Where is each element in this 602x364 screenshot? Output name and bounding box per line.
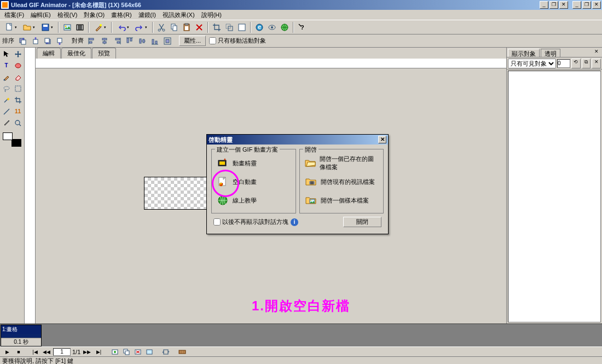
loop-button[interactable] (161, 348, 171, 356)
send-backward-button[interactable] (42, 35, 54, 47)
wand-tool[interactable] (1, 95, 11, 105)
center-canvas-button[interactable] (161, 35, 173, 47)
guides-tool[interactable]: 11 (13, 106, 23, 117)
preview-button[interactable] (266, 21, 278, 33)
bring-forward-button[interactable] (16, 35, 28, 47)
current-frame-input[interactable] (53, 348, 71, 356)
tab-optimize[interactable]: 最佳化 (61, 48, 91, 59)
panel-btn-2[interactable]: ⧉ (582, 59, 591, 68)
crop-tool[interactable] (13, 95, 23, 105)
canvas-button[interactable] (236, 21, 248, 33)
preview-ie-button[interactable]: e (253, 21, 265, 33)
line-tool[interactable] (1, 106, 11, 117)
timeline-button[interactable] (177, 348, 187, 356)
dup-frame-button[interactable] (121, 348, 131, 356)
wizard-button[interactable] (91, 21, 109, 33)
object-filter-select[interactable]: 只有可見對象 (508, 59, 556, 68)
first-frame-button[interactable]: |◀ (30, 348, 40, 356)
mdi-restore-button[interactable]: ❐ (582, 1, 591, 9)
eyedropper-tool[interactable] (1, 118, 11, 128)
info-icon[interactable]: i (291, 218, 298, 226)
panel-tab-objects[interactable]: 顯示對象 (508, 49, 540, 57)
menu-filter[interactable]: 濾鏡(I) (135, 10, 159, 20)
close-button[interactable]: ✕ (559, 1, 568, 9)
menu-file[interactable]: 檔案(F) (1, 10, 27, 20)
mdi-close-button[interactable]: ✕ (592, 1, 601, 9)
add-frame-button[interactable] (110, 348, 120, 356)
properties-button[interactable]: 屬性... (179, 36, 206, 46)
menu-video[interactable]: 視訊效果(X) (159, 10, 198, 20)
bring-front-button[interactable] (29, 35, 41, 47)
menu-frame[interactable]: 畫格(R) (108, 10, 135, 20)
opacity-input[interactable] (557, 59, 570, 68)
lasso-tool[interactable] (1, 83, 11, 94)
move-active-only-label: 只有移動活動對象 (218, 37, 266, 45)
frame-props-button[interactable] (144, 348, 154, 356)
align-bottom-button[interactable] (149, 35, 161, 47)
help-button[interactable]: ? (296, 21, 308, 33)
last-frame-button[interactable]: ▶| (94, 348, 103, 356)
align-left-button[interactable] (86, 35, 98, 47)
panel-btn-3[interactable]: ✕ (592, 59, 601, 68)
delete-button[interactable] (193, 21, 205, 33)
web-button[interactable] (279, 21, 291, 33)
create-group-label: 建立一個 GIF 動畫方案 (215, 146, 280, 154)
panel-tab-transparent[interactable]: 透明 (541, 49, 560, 57)
dont-show-again-checkbox[interactable] (213, 218, 221, 226)
status-bar: 要獲得說明, 請按下 [F1] 鍵 (0, 356, 602, 364)
import-image-button[interactable] (61, 21, 73, 33)
align-center-button[interactable] (99, 35, 111, 47)
pointer-tool[interactable] (1, 49, 11, 59)
blank-animation-option[interactable]: 空白動畫 (215, 172, 292, 191)
move-tool[interactable] (13, 49, 23, 59)
crop-button[interactable] (211, 21, 223, 33)
panel-btn-1[interactable]: ⟲ (571, 59, 581, 68)
align-right-button[interactable] (111, 35, 123, 47)
menu-help[interactable]: 說明(H) (198, 10, 225, 20)
color-swatch[interactable] (3, 132, 21, 147)
minimize-button[interactable]: _ (540, 1, 548, 9)
restore-button[interactable]: ❐ (549, 1, 558, 9)
text-tool[interactable]: T (1, 60, 11, 71)
dialog-close-button[interactable]: 關閉 (343, 217, 381, 227)
tab-edit[interactable]: 編輯 (37, 48, 61, 59)
object-list[interactable] (508, 71, 601, 322)
menu-edit[interactable]: 編輯(E) (27, 10, 54, 20)
window-title: Ulead GIF Animator - [未命名標題] (1X) 564x66 (11, 1, 539, 9)
open-sample-option[interactable]: 開啓一個樣本檔案 (303, 191, 380, 210)
send-back-button[interactable] (54, 35, 66, 47)
zoom-tool[interactable] (13, 118, 23, 128)
del-frame-button[interactable] (133, 348, 143, 356)
menu-view[interactable]: 檢視(V) (54, 10, 81, 20)
panel-close-button[interactable]: ✕ (592, 49, 601, 57)
eraser-tool[interactable] (13, 72, 23, 82)
stop-button[interactable]: ■ (14, 348, 24, 356)
redo-button[interactable] (132, 21, 150, 33)
cut-button[interactable] (155, 21, 167, 33)
dialog-close-icon[interactable]: ✕ (378, 136, 386, 143)
align-top-button[interactable] (124, 35, 136, 47)
open-image-option[interactable]: 開啓一個已存在的圖像檔案 (303, 154, 380, 172)
prev-frame-button[interactable]: ◀◀ (42, 348, 51, 356)
mdi-minimize-button[interactable]: _ (572, 1, 581, 9)
paste-button[interactable] (181, 21, 193, 33)
import-video-button[interactable] (74, 21, 86, 33)
new-button[interactable] (2, 21, 20, 33)
next-frame-button[interactable]: ▶▶ (82, 348, 92, 356)
brush-tool[interactable] (1, 72, 11, 82)
move-active-only-checkbox[interactable] (209, 37, 216, 44)
undo-button[interactable] (114, 21, 132, 33)
open-video-option[interactable]: 開啓現有的視訊檔案 (303, 172, 380, 191)
tab-preview[interactable]: 預覽 (92, 48, 116, 59)
shape-tool[interactable] (13, 60, 23, 71)
frame-thumb-1[interactable]: 1:畫格 0.1 秒 (1, 325, 42, 346)
canvas[interactable] (144, 177, 207, 210)
save-button[interactable] (38, 21, 56, 33)
play-button[interactable]: ▶ (2, 348, 12, 356)
marquee-tool[interactable] (13, 83, 23, 94)
copy-button[interactable] (168, 21, 180, 33)
open-button[interactable] (20, 21, 38, 33)
align-middle-button[interactable] (136, 35, 148, 47)
resize-button[interactable] (223, 21, 235, 33)
menu-object[interactable]: 對象(O) (80, 10, 108, 20)
